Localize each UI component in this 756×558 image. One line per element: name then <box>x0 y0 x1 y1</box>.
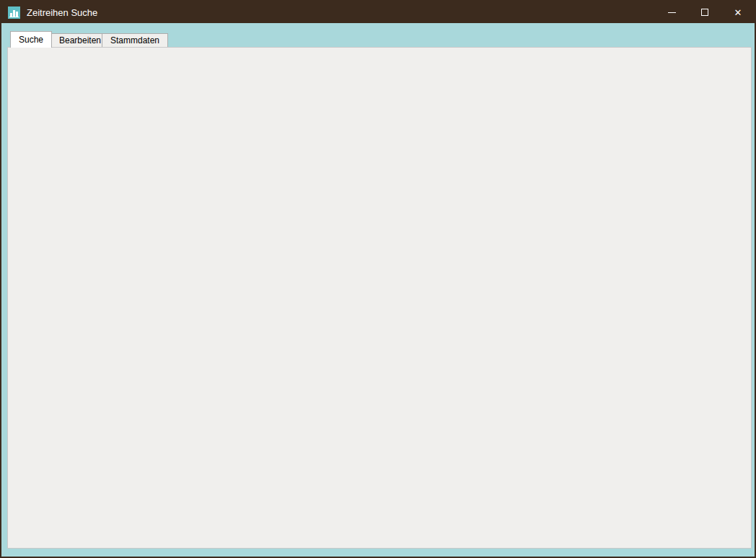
tab-suche[interactable]: Suche <box>10 31 52 48</box>
minimize-button[interactable] <box>655 1 688 23</box>
maximize-button[interactable] <box>688 1 721 23</box>
close-button[interactable]: ✕ <box>721 1 755 23</box>
minimize-icon <box>668 12 676 13</box>
window-controls: ✕ <box>655 1 755 23</box>
tab-bearbeiten[interactable]: Bearbeiten <box>50 33 110 48</box>
maximize-icon <box>701 9 708 16</box>
titlebar: Zeitreihen Suche ✕ <box>1 1 755 23</box>
app-icon <box>8 6 20 19</box>
tab-page-suche <box>7 47 752 549</box>
tab-stammdaten[interactable]: Stammdaten <box>102 33 168 48</box>
window-title: Zeitreihen Suche <box>27 7 97 18</box>
close-icon: ✕ <box>734 7 742 18</box>
app-window: Zeitreihen Suche ✕ Suche Bearbeiten Stam… <box>0 0 756 558</box>
